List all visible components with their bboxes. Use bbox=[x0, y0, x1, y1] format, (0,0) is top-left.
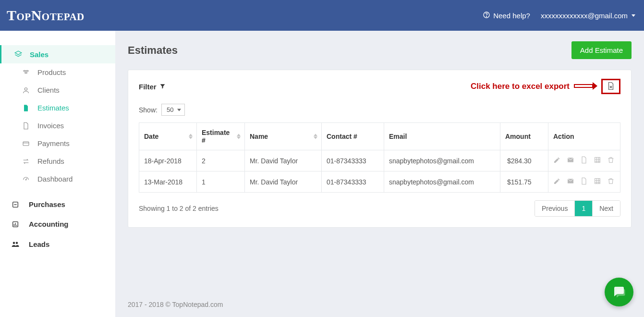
bar-chart-icon bbox=[11, 220, 20, 228]
gauge-icon bbox=[21, 175, 31, 183]
cell-estimate-no: 2 bbox=[197, 150, 245, 171]
user-icon bbox=[21, 86, 31, 94]
sidebar-item-estimates[interactable]: Estimates bbox=[0, 99, 115, 117]
trash-icon[interactable] bbox=[607, 177, 615, 186]
svg-marker-17 bbox=[593, 82, 597, 90]
svg-point-7 bbox=[25, 179, 26, 180]
cell-action bbox=[548, 171, 620, 193]
users-icon bbox=[11, 240, 20, 248]
col-date[interactable]: Date bbox=[139, 123, 197, 150]
grid-icon[interactable] bbox=[594, 156, 601, 165]
trash-icon[interactable] bbox=[607, 156, 615, 165]
cell-email: snapbytephotos@gmail.com bbox=[384, 171, 500, 193]
col-estimate-no[interactable]: Estimate # bbox=[197, 123, 245, 150]
caret-down-icon bbox=[632, 14, 635, 17]
sidebar-section-accounting[interactable]: Accounting bbox=[0, 214, 115, 234]
sidebar-item-clients[interactable]: Clients bbox=[0, 81, 115, 99]
sidebar-item-label: Dashboard bbox=[37, 175, 73, 183]
topbar: TopNotepad Need help? xxxxxxxxxxxxx@gmai… bbox=[0, 0, 644, 31]
mail-icon[interactable] bbox=[567, 177, 574, 186]
cubes-icon bbox=[21, 69, 31, 76]
svg-rect-18 bbox=[595, 158, 600, 163]
funnel-icon bbox=[159, 83, 166, 91]
sidebar-section-label: Sales bbox=[30, 50, 49, 59]
sidebar: Sales Products Clients Estimates Invoice bbox=[0, 31, 115, 317]
pager-next-button[interactable]: Next bbox=[592, 201, 620, 216]
sidebar-item-payments[interactable]: Payments bbox=[0, 134, 115, 152]
layers-icon bbox=[13, 50, 23, 59]
page-title: Estimates bbox=[128, 44, 178, 57]
col-contact[interactable]: Contact # bbox=[322, 123, 384, 150]
table-header-row: Date Estimate # Name Contact # bbox=[139, 123, 620, 150]
pager: Previous 1 Next bbox=[535, 200, 620, 217]
main-content: Estimates Add Estimate Filter Click here… bbox=[115, 31, 644, 317]
page-header: Estimates Add Estimate bbox=[128, 41, 632, 59]
filter-toggle[interactable]: Filter bbox=[139, 83, 166, 91]
svg-rect-4 bbox=[23, 142, 29, 146]
col-amount[interactable]: Amount bbox=[500, 123, 548, 150]
user-email: xxxxxxxxxxxxx@gmail.com bbox=[541, 12, 628, 20]
edit-icon[interactable] bbox=[553, 156, 561, 165]
file-icon bbox=[21, 104, 31, 112]
svg-point-1 bbox=[486, 16, 487, 16]
svg-rect-12 bbox=[15, 223, 15, 226]
col-action: Action bbox=[548, 123, 620, 150]
grid-icon[interactable] bbox=[594, 177, 601, 186]
file-icon[interactable] bbox=[580, 156, 588, 165]
cell-email: snapbytephotos@gmail.com bbox=[384, 150, 500, 171]
help-link[interactable]: Need help? bbox=[483, 11, 530, 20]
export-hint-text: Click here to excel export bbox=[471, 82, 570, 91]
show-label: Show: bbox=[139, 106, 158, 114]
chat-fab[interactable] bbox=[605, 278, 633, 306]
sidebar-section-label: Leads bbox=[29, 240, 49, 248]
brand-logo: TopNotepad bbox=[7, 7, 85, 24]
cell-contact: 01-87343333 bbox=[322, 150, 384, 171]
col-name[interactable]: Name bbox=[245, 123, 322, 150]
sidebar-item-invoices[interactable]: Invoices bbox=[0, 117, 115, 134]
help-icon bbox=[483, 11, 490, 20]
file-icon[interactable] bbox=[580, 177, 588, 186]
sidebar-item-products[interactable]: Products bbox=[0, 63, 115, 81]
table-row: 13-Mar-20181Mr. David Taylor01-87343333s… bbox=[139, 171, 620, 193]
cell-amount: $284.30 bbox=[500, 150, 548, 171]
pager-page-button[interactable]: 1 bbox=[574, 201, 592, 216]
svg-rect-11 bbox=[14, 224, 14, 226]
cell-name: Mr. David Taylor bbox=[245, 150, 322, 171]
sidebar-item-refunds[interactable]: Refunds bbox=[0, 152, 115, 170]
sort-icon bbox=[314, 134, 317, 139]
sort-icon bbox=[189, 134, 193, 139]
minus-square-icon bbox=[11, 201, 20, 208]
pager-prev-button[interactable]: Previous bbox=[535, 201, 574, 216]
add-estimate-button[interactable]: Add Estimate bbox=[571, 41, 632, 59]
edit-icon[interactable] bbox=[553, 177, 561, 186]
sidebar-item-label: Clients bbox=[37, 86, 60, 94]
cell-amount: $151.75 bbox=[500, 171, 548, 193]
sidebar-section-sales[interactable]: Sales bbox=[0, 45, 115, 63]
entries-info: Showing 1 to 2 of 2 entries bbox=[139, 205, 219, 212]
show-row: Show: 50 bbox=[139, 104, 620, 116]
col-email[interactable]: Email bbox=[384, 123, 500, 150]
user-menu[interactable]: xxxxxxxxxxxxx@gmail.com bbox=[541, 12, 635, 20]
svg-rect-23 bbox=[595, 179, 600, 184]
sidebar-item-dashboard[interactable]: Dashboard bbox=[0, 170, 115, 188]
svg-point-3 bbox=[24, 87, 27, 90]
chat-icon bbox=[612, 284, 626, 300]
table-row: 18-Apr-20182Mr. David Taylor01-87343333s… bbox=[139, 150, 620, 171]
file-excel-icon bbox=[607, 82, 615, 92]
excel-export-button[interactable] bbox=[601, 79, 620, 94]
file-outline-icon bbox=[21, 122, 31, 130]
credit-card-icon bbox=[21, 140, 31, 147]
estimates-card: Filter Click here to excel export bbox=[128, 70, 632, 228]
arrow-right-icon bbox=[573, 81, 597, 92]
sort-icon bbox=[237, 134, 241, 139]
sidebar-section-purchases[interactable]: Purchases bbox=[0, 195, 115, 214]
estimates-table: Date Estimate # Name Contact # bbox=[139, 122, 620, 193]
sidebar-item-label: Refunds bbox=[37, 157, 64, 165]
mail-icon[interactable] bbox=[567, 156, 574, 165]
sidebar-section-leads[interactable]: Leads bbox=[0, 234, 115, 254]
rows-per-page-select[interactable]: 50 bbox=[161, 104, 185, 116]
cell-action bbox=[548, 150, 620, 171]
cell-date: 13-Mar-2018 bbox=[139, 171, 197, 193]
cell-date: 18-Apr-2018 bbox=[139, 150, 197, 171]
svg-point-15 bbox=[16, 242, 18, 244]
